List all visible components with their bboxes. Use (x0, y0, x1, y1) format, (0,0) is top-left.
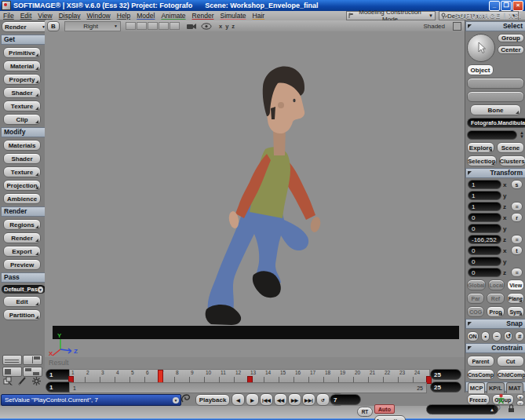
timeline-end-field[interactable]: 25 (430, 369, 461, 380)
autokey-toggle[interactable]: Auto (374, 404, 395, 414)
copyright-cycle-icon[interactable]: © (494, 404, 504, 413)
button-shader[interactable]: Shader (3, 87, 41, 98)
ground-plane[interactable] (53, 326, 459, 339)
layout-preset-2[interactable] (23, 355, 42, 365)
axis-toggle-y[interactable]: y (225, 23, 228, 30)
snap-grid-button[interactable]: # (515, 331, 524, 341)
layout-preset-1[interactable] (2, 355, 22, 365)
loop-button[interactable]: ↺ (316, 393, 330, 406)
play-forward-button[interactable]: ▶▶ (288, 393, 301, 406)
step-forward-button[interactable]: ▶ (246, 393, 259, 406)
animation-menu-button[interactable]: Animation (374, 415, 406, 420)
filter-slot-1[interactable] (467, 78, 524, 89)
menu-edit[interactable]: Edit (20, 12, 32, 20)
button-projection[interactable]: Projection (3, 180, 41, 191)
viewport-3d[interactable]: Y X Z (45, 31, 465, 357)
mode-prop-button[interactable]: Prop (487, 306, 504, 317)
menu-display[interactable]: Display (59, 12, 81, 20)
menu-animate[interactable]: Animate (161, 12, 185, 20)
object-filter-button[interactable]: Object (467, 64, 494, 75)
render-flower-tool[interactable] (30, 375, 42, 387)
marked-parameter-field[interactable]: ▲ (426, 404, 498, 415)
memo-cam-slot-1[interactable] (126, 22, 136, 30)
button-materials[interactable]: Materials (3, 140, 41, 151)
pass-selector-dropdown[interactable]: Default_Pas▼ (2, 285, 46, 294)
go-first-frame-button[interactable]: |◀◀ (260, 393, 273, 406)
button-clip[interactable]: Clip (3, 114, 41, 125)
range-end-field[interactable]: 25 (430, 382, 461, 393)
translate-mode-button[interactable]: t (511, 246, 523, 255)
memo-cam-slot-3[interactable] (148, 22, 158, 30)
button-property[interactable]: Property (3, 74, 41, 85)
mode-view-button[interactable]: View (507, 279, 524, 290)
button-ambience[interactable]: Ambience (3, 193, 41, 204)
mode-local-button[interactable]: Local (488, 279, 505, 290)
filter-slot-2[interactable] (467, 91, 524, 102)
memo-cam-slot-4[interactable] (159, 22, 169, 30)
scale-y-field[interactable]: 1 (468, 191, 501, 200)
scale-menu-button[interactable]: ≡ (511, 202, 523, 211)
select-objects-tool[interactable] (2, 375, 14, 387)
tab-mcp[interactable]: MCP (468, 382, 485, 393)
title-bar[interactable]: SOFTIMAGE® | XSI® v.6.0 (Ess 32) Project… (0, 0, 525, 11)
spinner-arrows-icon[interactable]: ▲▼ (520, 131, 524, 139)
mode-ref-button[interactable]: Ref (487, 293, 504, 304)
edit-freeze-button[interactable]: Freeze (467, 394, 490, 405)
playback-range-slider[interactable]: 1 25 (69, 382, 427, 393)
rotate-menu-button[interactable]: ≡ (511, 235, 523, 244)
snap-curve-button[interactable]: ~ (492, 331, 501, 341)
button-texture[interactable]: Texture (3, 100, 41, 111)
lock-icon[interactable] (507, 404, 516, 413)
mode-global-button[interactable]: Global (467, 279, 486, 290)
scene-button[interactable]: Scene (497, 142, 524, 153)
group-button[interactable]: Group (498, 34, 524, 42)
center-button[interactable]: Center (498, 46, 524, 54)
selection-name-field[interactable]: Fotografo.Mandibula (467, 118, 525, 128)
menu-model[interactable]: Model (137, 12, 155, 20)
toolbar-mode-dropdown[interactable]: Render▼ (2, 21, 49, 32)
selection-button[interactable]: Selection (467, 155, 497, 166)
eye-icon[interactable] (200, 20, 213, 32)
rotate-x-field[interactable]: 0 (468, 213, 501, 222)
go-last-frame-button[interactable]: ▶▶| (302, 393, 315, 406)
menu-help[interactable]: Help (117, 12, 130, 20)
constrain-chldcomp-button[interactable]: ChldComp (497, 369, 525, 380)
viewport-camera-dropdown[interactable]: Right ▼ (64, 21, 121, 31)
mode-sym-button[interactable]: Sym (507, 306, 524, 317)
button-export[interactable]: Export (3, 246, 41, 257)
axis-toggle-x[interactable]: x (219, 23, 222, 30)
menu-file[interactable]: File (3, 12, 14, 20)
menu-render[interactable]: Render (192, 12, 214, 20)
script-command-field[interactable]: SetValue "PlayControl.Current", 7 ▼ (1, 394, 181, 406)
viewport-resize-icon[interactable] (453, 22, 461, 31)
timeline-ruler[interactable]: 123456789101112131415161718192021222324 (69, 369, 430, 383)
axis-toggle-z[interactable]: z (232, 23, 235, 30)
button-texture[interactable]: Texture (3, 166, 41, 177)
button-partition[interactable]: Partition (3, 309, 41, 320)
menu-view[interactable]: View (38, 12, 52, 20)
tab-kp-l[interactable]: KP/L (487, 382, 504, 393)
current-frame-field[interactable]: 7 (330, 394, 361, 405)
translate-menu-button[interactable]: ≡ (511, 268, 523, 277)
playback-menu-button[interactable]: Playback (195, 394, 230, 406)
rotate-mode-button[interactable]: r (511, 213, 523, 222)
snap-knot-button[interactable]: ↺ (504, 331, 513, 341)
translate-x-field[interactable]: 0 (468, 246, 501, 255)
camera-icon[interactable] (185, 20, 198, 32)
scale-mode-button[interactable]: s (511, 180, 523, 189)
button-edit[interactable]: Edit (3, 296, 41, 307)
restore-button[interactable]: ❒ (501, 1, 512, 11)
tab-mat[interactable]: MAT (506, 382, 523, 393)
constrain-cut-button[interactable]: Cut (497, 356, 524, 367)
display-mode-dropdown[interactable]: Shaded (423, 23, 445, 30)
button-primitive[interactable]: Primitive (3, 47, 41, 58)
group-minus-button[interactable]: – (516, 400, 524, 406)
play-reverse-button[interactable]: ◀◀ (274, 393, 287, 406)
constrain-parent-button[interactable]: Parent (467, 356, 494, 367)
mode-par-button[interactable]: Par (467, 293, 484, 304)
character-far-hand[interactable] (309, 216, 322, 233)
character-key-icon[interactable] (494, 393, 507, 404)
explore-button[interactable]: Explore (467, 142, 494, 153)
selection-entry-field[interactable] (467, 130, 517, 140)
select-arrow-button[interactable] (467, 34, 495, 62)
